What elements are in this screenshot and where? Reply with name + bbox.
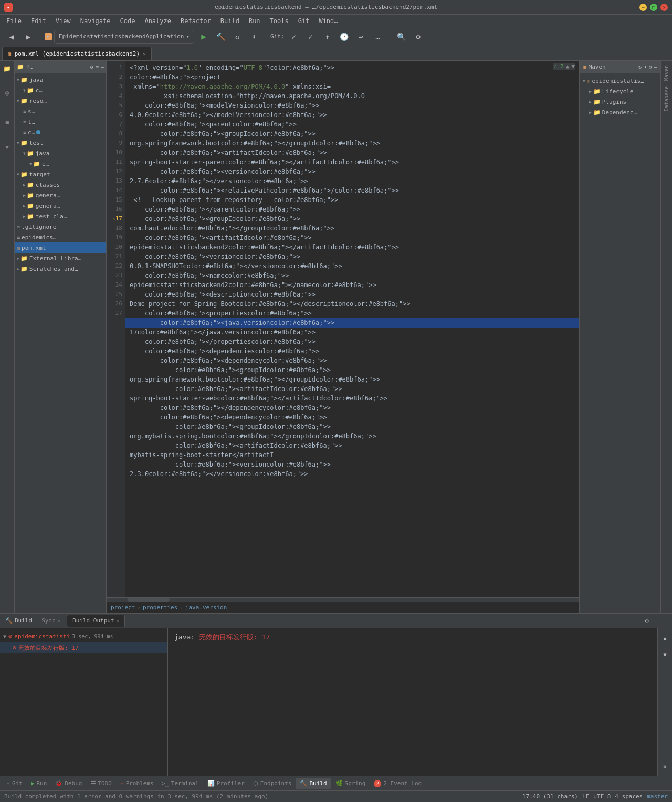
line-ending[interactable]: LF	[582, 793, 589, 800]
project-gear-icon[interactable]: ⚙	[90, 64, 93, 70]
git-history-button[interactable]: 🕐	[337, 29, 352, 44]
breadcrumb-item[interactable]: properties	[143, 604, 177, 611]
run-configuration[interactable]: EpidemicstatisticsbackendApplication ▾	[54, 30, 194, 44]
tree-item[interactable]: ▼📁c…	[15, 159, 106, 169]
maven-download-icon[interactable]: ⬇	[644, 64, 647, 70]
menu-item-run[interactable]: Run	[245, 16, 265, 26]
back-button[interactable]: ◀	[4, 29, 19, 44]
menu-item-refactor[interactable]: Refactor	[176, 16, 215, 26]
bottom-tool-btn-terminal[interactable]: >_ Terminal	[158, 778, 203, 789]
tree-item[interactable]: ▼📁test	[15, 138, 106, 148]
bottom-tool-btn-todo[interactable]: ☰ TODO	[87, 778, 117, 789]
git-push-button[interactable]: ↑	[320, 29, 335, 44]
project-minimize-icon[interactable]: —	[101, 64, 104, 70]
bottom-minimize-button[interactable]: —	[655, 614, 670, 628]
menu-item-code[interactable]: Code	[116, 16, 140, 26]
tree-item[interactable]: ▶📁test-cla…	[15, 211, 106, 221]
sync-tab[interactable]: Sync ✕	[36, 615, 66, 627]
tree-item[interactable]: ▶📁classes	[15, 180, 106, 190]
branch[interactable]: master	[647, 793, 668, 800]
project-view-icon[interactable]: 📁	[2, 63, 13, 75]
git-commit-button[interactable]: ✓	[287, 29, 301, 44]
build-root-item[interactable]: ▼ ⊗ epidemicstatisti 3 sec, 994 ms	[0, 630, 167, 642]
sort-button[interactable]: ⇅	[658, 759, 673, 774]
bottom-settings-button[interactable]: ⚙	[639, 614, 654, 628]
build-output-close[interactable]: ✕	[117, 618, 119, 624]
git-update-button[interactable]: ✓	[303, 29, 318, 44]
tree-item[interactable]: ≡s…	[15, 106, 106, 117]
tree-item[interactable]: ≡epidemics…	[15, 232, 106, 242]
bottom-tool-btn-git[interactable]: ⑂ Git	[2, 778, 27, 789]
forward-button[interactable]: ▶	[21, 29, 36, 44]
close-button[interactable]: ✕	[660, 4, 668, 11]
run-button[interactable]: ▶	[196, 29, 211, 44]
build-button[interactable]: 🔨	[213, 29, 228, 44]
git-revert-button[interactable]: ↩	[354, 29, 369, 44]
maven-minimize-icon[interactable]: —	[654, 64, 657, 70]
tree-item[interactable]: ▶📁genera…	[15, 190, 106, 201]
maven-item[interactable]: ▶📁Lifecycle	[580, 86, 660, 97]
maximize-button[interactable]: □	[650, 4, 657, 11]
scroll-down-button[interactable]: ▼	[658, 647, 673, 662]
cursor-position[interactable]: 17:40 (31 chars)	[522, 793, 578, 800]
menu-item-analyze[interactable]: Analyze	[140, 16, 175, 26]
settings-button[interactable]: ⚙	[411, 29, 426, 44]
menu-item-view[interactable]: View	[51, 16, 75, 26]
tree-item[interactable]: ▶📁genera…	[15, 201, 106, 211]
build-error-item[interactable]: ⊗ 无效的目标发行版: 17	[0, 642, 167, 653]
reload-button[interactable]: ↻	[230, 29, 245, 44]
bottom-tool-btn-profiler[interactable]: 📊 Profiler	[203, 778, 249, 789]
maven-item[interactable]: ▼mepidemicstatis…	[580, 76, 660, 86]
tree-item[interactable]: ▶📁External Libra…	[15, 253, 106, 263]
bottom-tool-btn-endpoints[interactable]: ⬡ Endpoints	[249, 778, 296, 789]
menu-item-tools[interactable]: Tools	[266, 16, 293, 26]
database-side-tab[interactable]: Database	[663, 84, 670, 113]
bottom-tool-btn-eventlog[interactable]: 2 2 Event Log	[370, 778, 426, 789]
favorites-icon[interactable]: ★	[2, 141, 13, 152]
more-run-button[interactable]: ⬇	[247, 29, 261, 44]
menu-item-build[interactable]: Build	[216, 16, 244, 26]
project-options-icon[interactable]: ≡	[96, 64, 99, 70]
scrollbar-thumb[interactable]	[128, 598, 170, 602]
code-editor[interactable]: 12345678910111213141516⚠1718192021222324…	[107, 61, 579, 597]
scroll-up-button[interactable]: ▲	[658, 630, 673, 645]
breadcrumb-item[interactable]: java.version	[185, 604, 227, 611]
git-more-button[interactable]: …	[371, 29, 385, 44]
tree-item[interactable]: ▼📁target	[15, 169, 106, 180]
encoding[interactable]: UTF-8	[593, 793, 611, 800]
breadcrumb-item[interactable]: project	[111, 604, 135, 611]
maven-refresh-icon[interactable]: ↻	[638, 64, 642, 70]
minimize-button[interactable]: —	[639, 4, 647, 11]
maven-item[interactable]: ▶📁Dependenc…	[580, 107, 660, 118]
bottom-tool-btn-debug[interactable]: 🐞 Debug	[51, 778, 86, 789]
tree-item[interactable]: ≡c…	[15, 127, 106, 138]
bottom-tool-btn-build[interactable]: 🔨 Build	[296, 778, 331, 789]
maven-options-icon[interactable]: ⚙	[649, 64, 652, 70]
commit-icon[interactable]: ◎	[2, 87, 13, 99]
maven-side-tab[interactable]: Maven	[663, 63, 670, 83]
sync-close[interactable]: ✕	[58, 618, 60, 624]
code-content[interactable]: <?xml version="1.0" encoding="UTF-8"?col…	[125, 61, 579, 597]
indent[interactable]: 4 spaces	[615, 793, 643, 800]
tree-item[interactable]: ▼📁reso…	[15, 96, 106, 106]
menu-item-wind[interactable]: Wind…	[314, 16, 342, 26]
search-button[interactable]: 🔍	[394, 29, 409, 44]
tree-item[interactable]: ▶📁Scratches and…	[15, 263, 106, 274]
bottom-tool-btn-problems[interactable]: ⚠ Problems	[116, 778, 158, 789]
bottom-tool-btn-spring[interactable]: 🌿 Spring	[331, 778, 370, 789]
tree-item[interactable]: ▼📁java	[15, 148, 106, 159]
build-output-tab[interactable]: Build Output ✕	[67, 615, 125, 627]
structure-icon[interactable]: ≡	[2, 117, 13, 128]
bottom-tool-btn-run[interactable]: ▶ Run	[27, 778, 51, 789]
maven-item[interactable]: ▶📁Plugins	[580, 97, 660, 107]
menu-item-git[interactable]: Git	[294, 16, 314, 26]
editor-tab-pom[interactable]: m pom.xml (epidemicstatisticsbackend2) ✕	[2, 47, 152, 60]
horizontal-scrollbar[interactable]	[107, 597, 579, 602]
menu-item-file[interactable]: File	[2, 16, 26, 26]
menu-item-edit[interactable]: Edit	[27, 16, 50, 26]
tab-close-button[interactable]: ✕	[143, 51, 146, 57]
tree-item[interactable]: ▼📁c…	[15, 85, 106, 96]
tree-item[interactable]: mpom.xml	[15, 242, 106, 253]
tree-item[interactable]: ▼📁java	[15, 75, 106, 85]
tree-item[interactable]: ≡t…	[15, 117, 106, 127]
